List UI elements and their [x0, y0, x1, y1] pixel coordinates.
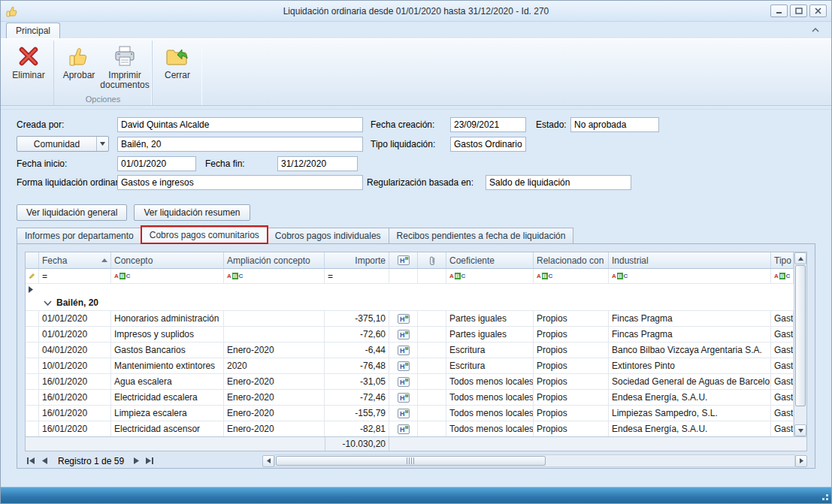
- filter-industrial[interactable]: ABC: [609, 269, 771, 284]
- cell-relacionado[interactable]: Propios: [534, 421, 609, 436]
- cell-tipo[interactable]: Gastos: [771, 374, 794, 390]
- cell-ampliacion[interactable]: [224, 327, 325, 343]
- cell-coeficiente[interactable]: Todos menos locales: [446, 421, 534, 436]
- cell-industrial[interactable]: Fincas Pragma: [609, 311, 771, 327]
- cell-tipo[interactable]: Gastos: [771, 358, 794, 374]
- cell-tipo[interactable]: Gastos: [771, 390, 794, 406]
- fecha-creacion-field[interactable]: [450, 117, 526, 132]
- table-row[interactable]: 16/01/2020 Electricidad escalera Enero-2…: [26, 390, 794, 406]
- forma-liquidacion-field[interactable]: [117, 175, 363, 190]
- cell-ampliacion[interactable]: 2020: [224, 358, 325, 374]
- imprimir-documentos-button[interactable]: Imprimir documentos: [101, 42, 149, 95]
- cell-fecha[interactable]: 04/01/2020: [39, 343, 111, 358]
- filter-importe[interactable]: =: [325, 269, 389, 284]
- horizontal-scrollbar[interactable]: [262, 454, 807, 467]
- cell-adjuntos[interactable]: [418, 343, 446, 358]
- regularizacion-field[interactable]: [486, 175, 631, 190]
- eliminar-button[interactable]: Eliminar: [7, 42, 50, 95]
- ribbon-tab-principal[interactable]: Principal: [6, 23, 60, 38]
- filter-adjuntos[interactable]: [418, 269, 446, 284]
- vertical-scroll-thumb[interactable]: [795, 265, 806, 406]
- cell-tipo[interactable]: Gastos: [771, 343, 794, 358]
- ver-liquidacion-resumen-button[interactable]: Ver liquidación resumen: [134, 204, 250, 221]
- cell-contabilidad[interactable]: H: [389, 421, 418, 436]
- ribbon-collapse-button[interactable]: [809, 24, 822, 36]
- cell-coeficiente[interactable]: Partes iguales: [446, 327, 534, 343]
- cell-relacionado[interactable]: Propios: [534, 406, 609, 421]
- filter-coeficiente[interactable]: ABC: [446, 269, 534, 284]
- cell-coeficiente[interactable]: Partes iguales: [446, 311, 534, 327]
- cell-industrial[interactable]: Limpiezas Sampedro, S.L.: [609, 406, 771, 421]
- scroll-left-button[interactable]: [262, 455, 274, 467]
- cell-adjuntos[interactable]: [418, 390, 446, 406]
- first-record-button[interactable]: [25, 455, 37, 467]
- cell-concepto[interactable]: Electricidad ascensor: [111, 421, 224, 436]
- cell-adjuntos[interactable]: [418, 358, 446, 374]
- cell-coeficiente[interactable]: Escritura: [446, 343, 534, 358]
- cell-coeficiente[interactable]: Escritura: [446, 358, 534, 374]
- table-row[interactable]: 04/01/2020 Gastos Bancarios Enero-2020 -…: [26, 343, 794, 358]
- cell-contabilidad[interactable]: H: [389, 358, 418, 374]
- cell-contabilidad[interactable]: H: [389, 374, 418, 390]
- cell-adjuntos[interactable]: [418, 327, 446, 343]
- creada-por-field[interactable]: [117, 117, 363, 132]
- cell-adjuntos[interactable]: [418, 421, 446, 436]
- cell-importe[interactable]: -72,60: [325, 327, 389, 343]
- cell-industrial[interactable]: Extintores Pinto: [609, 358, 771, 374]
- cell-tipo[interactable]: Gastos: [771, 406, 794, 421]
- fecha-fin-field[interactable]: [277, 156, 358, 171]
- cell-fecha[interactable]: 16/01/2020: [39, 406, 111, 421]
- cell-relacionado[interactable]: Propios: [534, 343, 609, 358]
- cell-adjuntos[interactable]: [418, 374, 446, 390]
- next-record-button[interactable]: [130, 455, 142, 467]
- cell-concepto[interactable]: Limpieza escalera: [111, 406, 224, 421]
- cell-adjuntos[interactable]: [418, 311, 446, 327]
- cell-fecha[interactable]: 10/01/2020: [39, 358, 111, 374]
- tab-cobros-pagos-comunitarios[interactable]: Cobros pagos comunitarios: [142, 227, 268, 243]
- column-header-importe[interactable]: Importe: [325, 252, 389, 269]
- cell-fecha[interactable]: 01/01/2020: [39, 327, 111, 343]
- cell-concepto[interactable]: Electricidad escalera: [111, 390, 224, 406]
- scroll-up-button[interactable]: [794, 252, 806, 264]
- cerrar-button[interactable]: Cerrar: [156, 42, 199, 95]
- cell-concepto[interactable]: Gastos Bancarios: [111, 343, 224, 358]
- cell-fecha[interactable]: 16/01/2020: [39, 421, 111, 436]
- close-button[interactable]: [809, 5, 827, 17]
- column-header-adjuntos[interactable]: [418, 252, 446, 269]
- cell-importe[interactable]: -155,79: [325, 406, 389, 421]
- cell-coeficiente[interactable]: Todos menos locales: [446, 406, 534, 421]
- cell-ampliacion[interactable]: Enero-2020: [224, 406, 325, 421]
- resize-grip[interactable]: [820, 492, 829, 501]
- cell-concepto[interactable]: Mantenimiento extintores: [111, 358, 224, 374]
- cell-industrial[interactable]: Endesa Energía, S.A.U.: [609, 421, 771, 436]
- cell-importe[interactable]: -72,46: [325, 390, 389, 406]
- cell-relacionado[interactable]: Propios: [534, 327, 609, 343]
- cell-contabilidad[interactable]: H: [389, 406, 418, 421]
- tab-recibos-pendientes[interactable]: Recibos pendientes a fecha de liquidació…: [389, 228, 574, 243]
- previous-record-button[interactable]: [38, 455, 50, 467]
- column-header-concepto[interactable]: Concepto: [111, 252, 224, 269]
- cell-industrial[interactable]: Sociedad General de Aguas de Barcelona, …: [609, 374, 771, 390]
- filter-fecha[interactable]: =: [39, 269, 111, 284]
- cell-ampliacion[interactable]: Enero-2020: [224, 374, 325, 390]
- cell-relacionado[interactable]: Propios: [534, 390, 609, 406]
- scroll-down-button[interactable]: [794, 424, 806, 436]
- aprobar-button[interactable]: Aprobar: [57, 42, 101, 95]
- filter-concepto[interactable]: ABC: [111, 269, 224, 284]
- last-record-button[interactable]: [144, 455, 156, 467]
- cell-coeficiente[interactable]: Todos menos locales: [446, 390, 534, 406]
- table-row[interactable]: 16/01/2020 Agua escalera Enero-2020 -31,…: [26, 374, 794, 390]
- filter-relacionado[interactable]: ABC: [534, 269, 609, 284]
- cell-ampliacion[interactable]: [224, 311, 325, 327]
- column-header-coeficiente[interactable]: Coeficiente: [446, 252, 534, 269]
- horizontal-scroll-thumb[interactable]: [276, 456, 546, 466]
- cell-importe[interactable]: -31,05: [325, 374, 389, 390]
- cell-importe[interactable]: -375,10: [325, 311, 389, 327]
- cell-adjuntos[interactable]: [418, 406, 446, 421]
- table-row[interactable]: 16/01/2020 Limpieza escalera Enero-2020 …: [26, 406, 794, 421]
- cell-fecha[interactable]: 16/01/2020: [39, 374, 111, 390]
- table-row[interactable]: 10/01/2020 Mantenimiento extintores 2020…: [26, 358, 794, 374]
- cell-contabilidad[interactable]: H: [389, 390, 418, 406]
- maximize-button[interactable]: [790, 5, 807, 17]
- cell-coeficiente[interactable]: Todos menos locales: [446, 374, 534, 390]
